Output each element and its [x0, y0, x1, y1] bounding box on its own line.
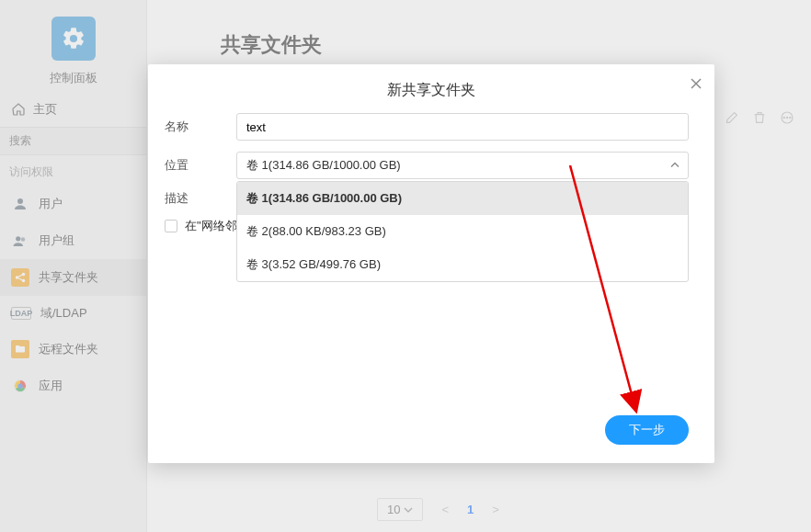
hide-checkbox[interactable]	[165, 220, 177, 232]
modal-title: 新共享文件夹	[148, 64, 714, 113]
location-option[interactable]: 卷 2(88.00 KB/983.23 GB)	[237, 215, 688, 248]
location-dropdown: 卷 1(314.86 GB/1000.00 GB) 卷 2(88.00 KB/9…	[236, 181, 689, 282]
location-selected-value: 卷 1(314.86 GB/1000.00 GB)	[246, 157, 401, 174]
new-shared-folder-modal: 新共享文件夹 名称 位置 卷 1(314.86 GB/1000.00 GB) 卷…	[148, 64, 714, 463]
name-input[interactable]	[236, 113, 689, 141]
location-option[interactable]: 卷 1(314.86 GB/1000.00 GB)	[237, 182, 688, 215]
label-desc: 描述	[163, 190, 236, 207]
next-button[interactable]: 下一步	[605, 415, 689, 445]
close-icon[interactable]	[691, 77, 702, 92]
location-select[interactable]: 卷 1(314.86 GB/1000.00 GB)	[236, 152, 689, 179]
label-name: 名称	[163, 119, 236, 135]
location-option[interactable]: 卷 3(3.52 GB/499.76 GB)	[237, 248, 688, 281]
label-location: 位置	[163, 157, 236, 174]
